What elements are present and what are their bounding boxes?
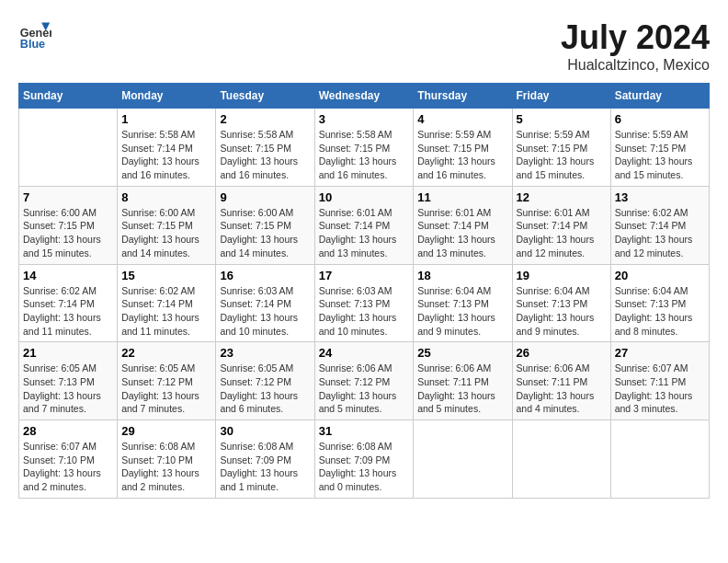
- calendar-cell: [414, 420, 512, 499]
- page-header: General Blue July 2024 Hualcaltzinco, Me…: [18, 18, 710, 74]
- day-number: 24: [319, 346, 410, 360]
- day-number: 7: [23, 190, 113, 204]
- day-info: Sunrise: 6:04 AMSunset: 7:13 PMDaylight:…: [615, 284, 705, 339]
- calendar-cell: [610, 420, 709, 499]
- day-number: 13: [615, 190, 705, 204]
- day-info: Sunrise: 6:03 AMSunset: 7:13 PMDaylight:…: [319, 284, 410, 339]
- day-number: 11: [417, 190, 507, 204]
- day-number: 8: [121, 190, 211, 204]
- day-number: 5: [517, 112, 607, 126]
- day-number: 26: [517, 346, 607, 360]
- calendar-cell: 1Sunrise: 5:58 AMSunset: 7:14 PMDaylight…: [118, 109, 216, 187]
- calendar-cell: 13Sunrise: 6:02 AMSunset: 7:14 PMDayligh…: [610, 186, 709, 264]
- day-info: Sunrise: 6:06 AMSunset: 7:11 PMDaylight:…: [417, 362, 507, 416]
- day-number: 18: [417, 269, 507, 282]
- calendar-day-header: Saturday: [610, 84, 709, 109]
- day-number: 4: [417, 112, 507, 126]
- calendar-cell: 15Sunrise: 6:02 AMSunset: 7:14 PMDayligh…: [118, 264, 216, 342]
- calendar-cell: 11Sunrise: 6:01 AMSunset: 7:14 PMDayligh…: [414, 186, 512, 264]
- day-info: Sunrise: 6:02 AMSunset: 7:14 PMDaylight:…: [23, 284, 113, 339]
- page-title: July 2024: [561, 18, 710, 57]
- calendar-cell: 17Sunrise: 6:03 AMSunset: 7:13 PMDayligh…: [314, 264, 414, 342]
- day-info: Sunrise: 6:07 AMSunset: 7:11 PMDaylight:…: [615, 362, 705, 416]
- day-info: Sunrise: 5:58 AMSunset: 7:14 PMDaylight:…: [121, 128, 211, 182]
- day-number: 12: [517, 190, 607, 204]
- calendar-cell: 2Sunrise: 5:58 AMSunset: 7:15 PMDaylight…: [216, 109, 314, 187]
- calendar-cell: 6Sunrise: 5:59 AMSunset: 7:15 PMDaylight…: [610, 109, 709, 187]
- calendar-header-row: SundayMondayTuesdayWednesdayThursdayFrid…: [19, 84, 710, 109]
- day-info: Sunrise: 5:58 AMSunset: 7:15 PMDaylight:…: [220, 128, 310, 182]
- calendar-day-header: Monday: [118, 84, 216, 109]
- calendar-week-row: 7Sunrise: 6:00 AMSunset: 7:15 PMDaylight…: [19, 186, 710, 264]
- day-number: 17: [319, 269, 410, 282]
- calendar-cell: 21Sunrise: 6:05 AMSunset: 7:13 PMDayligh…: [19, 342, 118, 420]
- day-info: Sunrise: 6:04 AMSunset: 7:13 PMDaylight:…: [517, 284, 607, 339]
- day-number: 30: [220, 424, 310, 438]
- day-number: 25: [417, 346, 507, 360]
- calendar-cell: 4Sunrise: 5:59 AMSunset: 7:15 PMDaylight…: [414, 109, 512, 187]
- calendar-cell: 29Sunrise: 6:08 AMSunset: 7:10 PMDayligh…: [118, 420, 216, 499]
- day-number: 27: [615, 346, 705, 360]
- calendar-cell: 27Sunrise: 6:07 AMSunset: 7:11 PMDayligh…: [610, 342, 709, 420]
- calendar-day-header: Thursday: [414, 84, 512, 109]
- day-info: Sunrise: 5:59 AMSunset: 7:15 PMDaylight:…: [517, 128, 607, 182]
- day-info: Sunrise: 6:06 AMSunset: 7:12 PMDaylight:…: [319, 362, 410, 416]
- day-info: Sunrise: 6:05 AMSunset: 7:13 PMDaylight:…: [23, 362, 113, 416]
- day-info: Sunrise: 6:01 AMSunset: 7:14 PMDaylight:…: [517, 206, 607, 260]
- day-number: 3: [319, 112, 410, 126]
- day-number: 28: [23, 424, 113, 438]
- calendar-cell: 14Sunrise: 6:02 AMSunset: 7:14 PMDayligh…: [19, 264, 118, 342]
- page-subtitle: Hualcaltzinco, Mexico: [561, 57, 710, 74]
- day-number: 31: [319, 424, 410, 438]
- calendar-cell: 12Sunrise: 6:01 AMSunset: 7:14 PMDayligh…: [512, 186, 610, 264]
- calendar-day-header: Friday: [512, 84, 610, 109]
- calendar-cell: 31Sunrise: 6:08 AMSunset: 7:09 PMDayligh…: [314, 420, 414, 499]
- calendar-day-header: Wednesday: [314, 84, 414, 109]
- calendar-week-row: 21Sunrise: 6:05 AMSunset: 7:13 PMDayligh…: [19, 342, 710, 420]
- calendar-cell: 9Sunrise: 6:00 AMSunset: 7:15 PMDaylight…: [216, 186, 314, 264]
- day-number: 10: [319, 190, 410, 204]
- day-number: 15: [121, 269, 211, 282]
- calendar-cell: 10Sunrise: 6:01 AMSunset: 7:14 PMDayligh…: [314, 186, 414, 264]
- calendar-cell: [512, 420, 610, 499]
- day-number: 14: [23, 269, 113, 282]
- day-info: Sunrise: 6:08 AMSunset: 7:09 PMDaylight:…: [319, 440, 410, 494]
- day-info: Sunrise: 6:03 AMSunset: 7:14 PMDaylight:…: [220, 284, 310, 339]
- title-block: July 2024 Hualcaltzinco, Mexico: [561, 18, 710, 74]
- calendar-cell: 22Sunrise: 6:05 AMSunset: 7:12 PMDayligh…: [118, 342, 216, 420]
- day-info: Sunrise: 5:58 AMSunset: 7:15 PMDaylight:…: [319, 128, 410, 182]
- calendar-cell: 20Sunrise: 6:04 AMSunset: 7:13 PMDayligh…: [610, 264, 709, 342]
- day-info: Sunrise: 6:01 AMSunset: 7:14 PMDaylight:…: [319, 206, 410, 260]
- day-info: Sunrise: 6:06 AMSunset: 7:11 PMDaylight:…: [517, 362, 607, 416]
- day-info: Sunrise: 6:00 AMSunset: 7:15 PMDaylight:…: [220, 206, 310, 260]
- day-info: Sunrise: 6:02 AMSunset: 7:14 PMDaylight:…: [121, 284, 211, 339]
- calendar-cell: 3Sunrise: 5:58 AMSunset: 7:15 PMDaylight…: [314, 109, 414, 187]
- day-number: 1: [121, 112, 211, 126]
- calendar-week-row: 1Sunrise: 5:58 AMSunset: 7:14 PMDaylight…: [19, 109, 710, 187]
- day-number: 23: [220, 346, 310, 360]
- calendar-cell: 30Sunrise: 6:08 AMSunset: 7:09 PMDayligh…: [216, 420, 314, 499]
- calendar-day-header: Tuesday: [216, 84, 314, 109]
- day-info: Sunrise: 6:05 AMSunset: 7:12 PMDaylight:…: [121, 362, 211, 416]
- calendar-week-row: 14Sunrise: 6:02 AMSunset: 7:14 PMDayligh…: [19, 264, 710, 342]
- day-info: Sunrise: 6:00 AMSunset: 7:15 PMDaylight:…: [23, 206, 113, 260]
- day-number: 2: [220, 112, 310, 126]
- day-info: Sunrise: 5:59 AMSunset: 7:15 PMDaylight:…: [615, 128, 705, 182]
- day-number: 21: [23, 346, 113, 360]
- calendar-cell: 7Sunrise: 6:00 AMSunset: 7:15 PMDaylight…: [19, 186, 118, 264]
- calendar-cell: 25Sunrise: 6:06 AMSunset: 7:11 PMDayligh…: [414, 342, 512, 420]
- calendar-cell: 26Sunrise: 6:06 AMSunset: 7:11 PMDayligh…: [512, 342, 610, 420]
- day-info: Sunrise: 6:08 AMSunset: 7:10 PMDaylight:…: [121, 440, 211, 494]
- day-info: Sunrise: 6:01 AMSunset: 7:14 PMDaylight:…: [417, 206, 507, 260]
- day-number: 16: [220, 269, 310, 282]
- calendar-day-header: Sunday: [19, 84, 118, 109]
- day-info: Sunrise: 6:00 AMSunset: 7:15 PMDaylight:…: [121, 206, 211, 260]
- day-info: Sunrise: 5:59 AMSunset: 7:15 PMDaylight:…: [417, 128, 507, 182]
- day-info: Sunrise: 6:02 AMSunset: 7:14 PMDaylight:…: [615, 206, 705, 260]
- svg-text:Blue: Blue: [20, 38, 45, 51]
- calendar-cell: 8Sunrise: 6:00 AMSunset: 7:15 PMDaylight…: [118, 186, 216, 264]
- day-number: 9: [220, 190, 310, 204]
- day-info: Sunrise: 6:08 AMSunset: 7:09 PMDaylight:…: [220, 440, 310, 494]
- calendar-cell: 18Sunrise: 6:04 AMSunset: 7:13 PMDayligh…: [414, 264, 512, 342]
- day-info: Sunrise: 6:04 AMSunset: 7:13 PMDaylight:…: [417, 284, 507, 339]
